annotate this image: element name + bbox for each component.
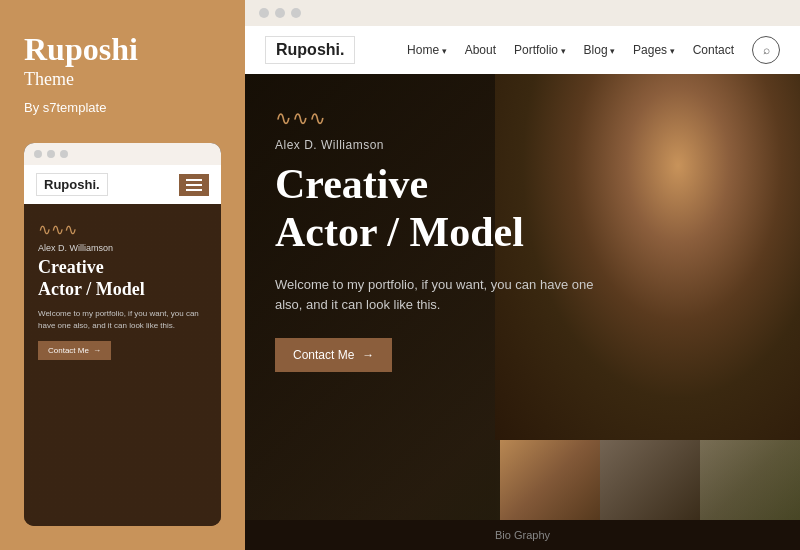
- desktop-hero: ∿∿∿ Alex D. Williamson Creative Actor / …: [245, 74, 800, 520]
- mobile-wave-icon: ∿∿∿: [38, 220, 207, 239]
- browser-dot-3: [291, 8, 301, 18]
- desktop-navbar: Ruposhi. Home About Portfolio Blog Pages…: [245, 26, 800, 74]
- theme-subtitle: Theme: [24, 69, 221, 90]
- mobile-hamburger-icon[interactable]: [179, 174, 209, 196]
- bottom-label: Bio Graphy: [495, 529, 550, 541]
- nav-item-about[interactable]: About: [465, 43, 496, 57]
- thumbnail-1[interactable]: [500, 440, 600, 520]
- arrow-icon: →: [362, 348, 374, 362]
- mobile-preview: Ruposhi. ∿∿∿ Alex D. Williamson Creative…: [24, 143, 221, 526]
- thumbnail-3[interactable]: [700, 440, 800, 520]
- nav-item-portfolio[interactable]: Portfolio: [514, 43, 566, 57]
- theme-title: Ruposhi: [24, 32, 221, 67]
- browser-dot-1: [259, 8, 269, 18]
- browser-dot-2: [275, 8, 285, 18]
- hamburger-line-1: [186, 179, 202, 181]
- mobile-hero-desc: Welcome to my portfolio, if you want, yo…: [38, 308, 207, 330]
- mobile-dot-3: [60, 150, 68, 158]
- nav-item-home[interactable]: Home: [407, 43, 447, 57]
- mobile-dot-2: [47, 150, 55, 158]
- search-icon[interactable]: ⌕: [752, 36, 780, 64]
- hero-content: ∿∿∿ Alex D. Williamson Creative Actor / …: [245, 74, 705, 404]
- hero-name: Alex D. Williamson: [275, 138, 675, 152]
- thumbnail-2[interactable]: [600, 440, 700, 520]
- mobile-hero-title: Creative Actor / Model: [38, 257, 207, 300]
- mobile-hero-name: Alex D. Williamson: [38, 243, 207, 253]
- nav-item-pages[interactable]: Pages: [633, 43, 675, 57]
- theme-by: By s7template: [24, 100, 221, 115]
- desktop-logo: Ruposhi.: [265, 36, 355, 64]
- mobile-hero: ∿∿∿ Alex D. Williamson Creative Actor / …: [24, 204, 221, 526]
- hero-title: Creative Actor / Model: [275, 160, 675, 257]
- arrow-icon: →: [93, 346, 101, 355]
- browser-bar: [245, 0, 800, 26]
- left-panel: Ruposhi Theme By s7template Ruposhi. ∿∿∿…: [0, 0, 245, 550]
- nav-item-contact[interactable]: Contact: [693, 43, 734, 57]
- mobile-navbar: Ruposhi.: [24, 165, 221, 204]
- hamburger-line-3: [186, 189, 202, 191]
- bottom-bar: Bio Graphy: [245, 520, 800, 550]
- desktop-nav: Home About Portfolio Blog Pages Contact …: [407, 36, 780, 64]
- right-panel: Ruposhi. Home About Portfolio Blog Pages…: [245, 0, 800, 550]
- nav-item-blog[interactable]: Blog: [584, 43, 616, 57]
- hero-wave-icon: ∿∿∿: [275, 106, 675, 130]
- mobile-contact-button[interactable]: Contact Me →: [38, 341, 111, 360]
- mobile-browser-dots: [24, 143, 221, 165]
- hero-contact-button[interactable]: Contact Me →: [275, 338, 392, 372]
- hero-thumbnails: [500, 440, 800, 520]
- mobile-logo: Ruposhi.: [36, 173, 108, 196]
- hero-description: Welcome to my portfolio, if you want, yo…: [275, 275, 615, 317]
- mobile-dot-1: [34, 150, 42, 158]
- hamburger-line-2: [186, 184, 202, 186]
